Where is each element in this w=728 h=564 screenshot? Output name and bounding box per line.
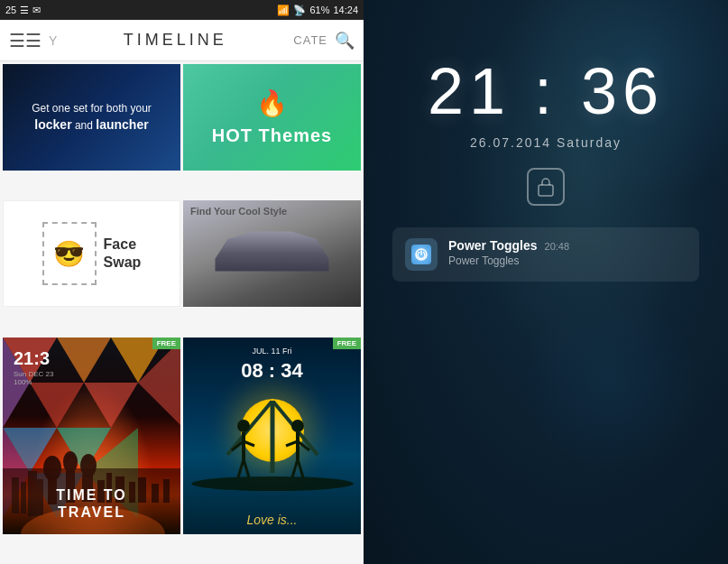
travel-label: TIME TO TRAVEL <box>3 486 180 521</box>
svg-rect-47 <box>539 185 553 196</box>
nav-category[interactable]: CATE <box>293 33 327 47</box>
status-app-icon: 25 <box>5 5 16 15</box>
svg-line-39 <box>244 459 249 477</box>
svg-line-38 <box>238 459 244 477</box>
svg-point-34 <box>237 420 250 432</box>
face-swap-icon: 😎 <box>42 222 97 285</box>
svg-point-21 <box>80 454 97 477</box>
status-battery: 61% <box>309 5 329 15</box>
power-toggles-icon <box>411 245 431 264</box>
travel-free-badge: FREE <box>152 337 180 349</box>
svg-line-31 <box>227 401 272 455</box>
lock-unlock-button[interactable] <box>527 168 565 206</box>
hot-themes-card[interactable]: 🔥 HOT Themes <box>183 64 361 171</box>
svg-point-40 <box>291 420 304 432</box>
status-bar: 25 ☰ ✉ 📶 📡 61% 14:24 <box>0 0 364 20</box>
notification-message: Power Toggles <box>448 254 687 267</box>
content-grid: Get one set for both your locker and lau… <box>0 61 364 564</box>
left-panel: 25 ☰ ✉ 📶 📡 61% 14:24 ☰ Y TIMELINE CATE 🔍… <box>0 0 364 564</box>
locker-text: Get one set for both your locker and lau… <box>32 101 152 134</box>
notification-header: Power Toggles 20:48 <box>448 238 687 253</box>
lock-date: 26.07.2014 Saturday <box>470 135 622 150</box>
svg-line-44 <box>292 459 298 477</box>
lock-time: 21 : 36 <box>428 54 664 128</box>
travel-date: Sun DEC 23 100% <box>14 370 53 386</box>
svg-marker-3 <box>30 383 84 428</box>
face-swap-label: Face Swap <box>104 236 142 273</box>
status-wifi-icon: 📡 <box>293 5 306 16</box>
status-menu-icon: ☰ <box>20 5 29 16</box>
cool-style-card[interactable]: Find Your Cool Style <box>183 200 361 307</box>
svg-marker-1 <box>57 337 111 383</box>
notif-icon-wrap <box>405 238 438 271</box>
love-card[interactable]: FREE JUL. 11 Fri 08 : 34 <box>183 337 361 534</box>
nav-title: TIMELINE <box>64 31 286 50</box>
hot-themes-label: HOT Themes <box>212 125 332 146</box>
travel-clock: 21:3 <box>14 348 50 369</box>
love-label: Love is... <box>183 513 361 527</box>
notification-content: Power Toggles 20:48 Power Toggles <box>448 238 687 267</box>
car-shape <box>209 229 336 279</box>
back-icon[interactable]: Y <box>49 33 57 48</box>
notification-card[interactable]: Power Toggles 20:48 Power Toggles <box>392 227 699 282</box>
travel-card[interactable]: 21:3 Sun DEC 23 100% FREE TIME TO TRAVEL <box>3 337 180 534</box>
menu-icon[interactable]: ☰ <box>9 30 41 51</box>
svg-line-45 <box>298 459 303 477</box>
svg-marker-4 <box>84 383 138 428</box>
svg-point-19 <box>63 451 78 473</box>
cool-style-text: Find Your Cool Style <box>190 206 287 217</box>
status-bar-left: 25 ☰ ✉ <box>5 5 41 16</box>
status-bar-right: 📶 📡 61% 14:24 <box>277 5 358 16</box>
notification-time: 20:48 <box>545 241 570 252</box>
status-time: 14:24 <box>333 5 358 15</box>
svg-point-17 <box>43 456 61 481</box>
locker-card[interactable]: Get one set for both your locker and lau… <box>3 64 180 171</box>
face-swap-card[interactable]: 😎 Face Swap <box>3 200 180 307</box>
love-time: 08 : 34 <box>183 359 361 383</box>
status-mail-icon: ✉ <box>32 5 41 16</box>
top-nav: ☰ Y TIMELINE CATE 🔍 <box>0 20 364 61</box>
flame-icon: 🔥 <box>256 88 288 118</box>
svg-point-46 <box>191 476 354 491</box>
notification-app-name: Power Toggles <box>448 238 538 253</box>
search-icon[interactable]: 🔍 <box>335 31 355 51</box>
lock-screen: 21 : 36 26.07.2014 Saturday Power Toggle… <box>364 0 728 564</box>
status-sim-icon: 📶 <box>277 5 290 16</box>
love-date: JUL. 11 Fri <box>183 347 361 356</box>
